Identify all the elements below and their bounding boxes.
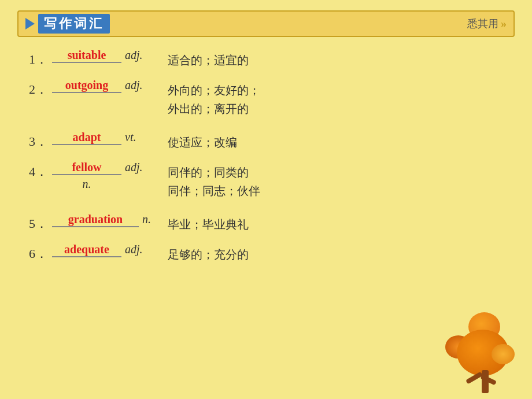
definition-6-1: 足够的；充分的	[168, 245, 503, 264]
pos-6: adj.	[125, 243, 143, 256]
header-right: 悉其用 »	[467, 17, 507, 31]
word-6: adequate	[52, 243, 121, 257]
definition-col-2: 外向的；友好的； 外出的；离开的	[168, 79, 503, 118]
word-2: outgoing	[52, 79, 121, 93]
word-line-2: outgoing adj.	[52, 79, 168, 93]
item-word-col-5: graduation n.	[52, 213, 168, 227]
item-word-col-2: outgoing adj.	[52, 79, 168, 93]
item-number-5: 5．	[29, 213, 52, 232]
word-line-6: adequate adj.	[52, 243, 168, 257]
definition-5-1: 毕业；毕业典礼	[168, 215, 503, 234]
definition-col-4: 同伴的；同类的 同伴；同志；伙伴	[168, 161, 503, 200]
item-number-2: 2．	[29, 79, 52, 98]
definition-3-1: 使适应；改编	[168, 133, 503, 152]
item-number-3: 3．	[29, 131, 52, 150]
tree-decoration	[451, 324, 520, 393]
vocab-item-5: 5． graduation n. 毕业；毕业典礼	[29, 213, 503, 243]
tree-trunk	[482, 370, 489, 393]
sub-line-4: n.	[52, 178, 168, 191]
definition-1-1: 适合的；适宜的	[168, 51, 503, 69]
pos-4b: n.	[52, 178, 121, 191]
word-3: adapt	[52, 131, 121, 145]
vocab-item-6: 6． adequate adj. 足够的；充分的	[29, 243, 503, 273]
definition-col-6: 足够的；充分的	[168, 243, 503, 264]
pos-1: adj.	[125, 49, 143, 62]
vocab-item-3: 3． adapt vt. 使适应；改编	[29, 131, 503, 161]
word-line-4: fellow adj.	[52, 161, 168, 175]
word-line-5: graduation n.	[52, 213, 168, 227]
header-bar: 写作词汇 悉其用 »	[17, 10, 515, 37]
word-5: graduation	[52, 213, 139, 227]
pos-2: adj.	[125, 79, 143, 92]
item-word-col-4: fellow adj. n.	[52, 161, 168, 191]
word-1: suitable	[52, 49, 121, 63]
vocab-item-1: 1． suitable adj. 适合的；适宜的	[29, 49, 503, 79]
definition-2-1: 外向的；友好的；	[168, 81, 503, 99]
header-right-text: 悉其用	[467, 17, 498, 31]
item-number-6: 6．	[29, 243, 52, 263]
header-title: 写作词汇	[38, 14, 110, 34]
definition-2-2: 外出的；离开的	[168, 99, 503, 118]
definition-4-2: 同伴；同志；伙伴	[168, 182, 503, 200]
item-word-col-3: adapt vt.	[52, 131, 168, 145]
item-number-4: 4．	[29, 161, 52, 180]
word-line-1: suitable adj.	[52, 49, 168, 63]
item-word-col-6: adequate adj.	[52, 243, 168, 257]
word-4: fellow	[52, 161, 121, 175]
play-icon	[25, 18, 35, 29]
item-number-1: 1．	[29, 49, 52, 68]
definition-col-5: 毕业；毕业典礼	[168, 213, 503, 234]
definition-4-1: 同伴的；同类的	[168, 163, 503, 182]
vocab-item-4: 4． fellow adj. n. 同伴的；同类的 同伴；同志；伙伴	[29, 161, 503, 213]
vocab-item-2: 2． outgoing adj. 外向的；友好的； 外出的；离开的	[29, 79, 503, 131]
word-line-3: adapt vt.	[52, 131, 168, 145]
definition-col-1: 适合的；适宜的	[168, 49, 503, 69]
pos-4: adj.	[125, 161, 143, 174]
leaf-right	[492, 344, 515, 364]
pos-5: n.	[142, 213, 151, 226]
definition-col-3: 使适应；改编	[168, 131, 503, 152]
chevron-icon: »	[501, 17, 507, 31]
header-left: 写作词汇	[25, 14, 110, 34]
pos-3: vt.	[125, 131, 136, 144]
item-word-col-1: suitable adj.	[52, 49, 168, 63]
content-area: 1． suitable adj. 适合的；适宜的 2． outgoing	[0, 37, 532, 285]
vocab-list: 1． suitable adj. 适合的；适宜的 2． outgoing	[29, 49, 503, 273]
